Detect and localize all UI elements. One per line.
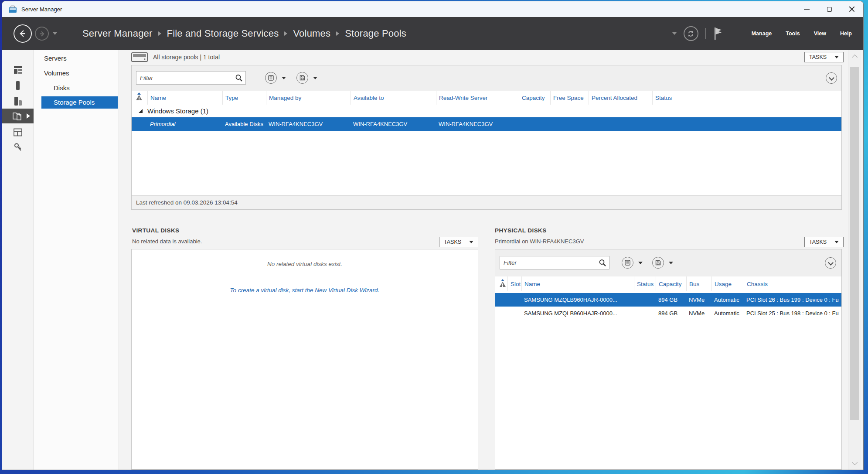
breadcrumb-separator-icon [284,31,287,36]
column-header-chassis[interactable]: Chassis [744,276,841,291]
window-panels-icon [13,128,23,137]
cell-usage: Automatic [711,293,744,307]
column-header-status[interactable]: Status [652,91,700,105]
back-button[interactable] [14,24,32,43]
scroll-down-icon[interactable] [852,460,858,465]
notifications-flag-button[interactable] [713,27,723,40]
column-header-read-write-server[interactable]: Read-Write Server [436,91,519,105]
search-icon[interactable] [599,259,606,267]
physical-disks-tasks-button[interactable]: TASKS [804,237,844,247]
pools-save-caret-icon[interactable] [313,77,317,79]
pools-view-caret-icon[interactable] [282,77,286,79]
breadcrumb-item[interactable]: File and Storage Services [167,28,279,39]
servers-bars-icon [13,96,23,106]
menu-tools[interactable]: Tools [786,31,800,37]
physical-table-body: SAMSUNG MZQLB960HAJR-0000...894 GBNVMeAu… [495,291,841,469]
pools-filter-input[interactable] [136,72,245,84]
pools-sort-warning-header[interactable] [135,92,143,100]
column-header-free-space[interactable]: Free Space [550,91,589,105]
maximize-button[interactable] [818,1,841,17]
breadcrumb-separator-icon [158,31,161,36]
strip-expand-arrow-icon[interactable] [27,113,30,119]
pools-status-bar: Last refreshed on 09.03.2026 13:04:54 [132,195,841,209]
physical-view-caret-icon[interactable] [638,262,643,264]
pools-tasks-button[interactable]: TASKS [804,52,844,62]
list-icon [625,260,630,266]
pools-save-query-button[interactable] [296,72,308,84]
close-button[interactable] [841,1,863,17]
pools-collapse-button[interactable] [826,72,837,84]
pools-table-body: Windows Storage (1) PrimordialAvailable … [132,105,841,196]
dashboard-icon[interactable] [2,62,34,77]
local-server-icon[interactable] [2,78,34,93]
minimize-button[interactable] [795,1,818,17]
column-header-percent-allocated[interactable]: Percent Allocated [589,91,652,105]
group-collapse-icon[interactable] [139,109,143,113]
breadcrumb-item[interactable]: Server Manager [82,28,153,39]
physical-save-query-button[interactable] [652,257,664,269]
tasks-label: TASKS [809,54,827,60]
history-dropdown-icon[interactable] [53,32,57,35]
cell-status [652,117,700,131]
refresh-button[interactable] [684,26,698,41]
column-header-type[interactable]: Type [222,91,266,105]
pools-table-header: NameTypeManaged byAvailable toRead-Write… [132,91,841,105]
dashboard-tiles-icon [14,65,22,74]
physical-collapse-button[interactable] [825,257,836,269]
file-and-storage-services-icon[interactable] [2,109,34,123]
pools-view-options-button[interactable] [265,72,277,84]
breadcrumb-item[interactable]: Volumes [293,28,330,39]
column-header-managed-by[interactable]: Managed by [266,91,351,105]
storage-pools-count-label: All storage pools | 1 total [153,54,220,61]
search-icon[interactable] [235,74,243,82]
column-header-usage[interactable]: Usage [711,276,744,291]
physical-disk-row[interactable]: SAMSUNG MZQLB960HAJR-0000...894 GBNVMeAu… [495,307,841,320]
refresh-dropdown-icon[interactable] [672,32,677,35]
storage-pool-row[interactable]: PrimordialAvailable DisksWIN-RFA4KNEC3GV… [132,117,841,131]
sidebar-item-storage-pools[interactable]: Storage Pools [41,96,118,109]
physical-filter-input[interactable] [500,256,609,269]
minimize-icon [804,9,810,10]
menu-help[interactable]: Help [840,31,852,37]
column-header-capacity[interactable]: Capacity [656,276,686,291]
column-header-available-to[interactable]: Available to [351,91,436,105]
pools-group-row[interactable]: Windows Storage (1) [132,105,841,117]
all-servers-icon[interactable] [2,94,34,109]
sidebar-item-servers[interactable]: Servers [34,52,119,65]
physical-sort-warning-header[interactable] [499,279,507,287]
scrollbar-thumb[interactable] [850,67,859,420]
main-scrollbar[interactable] [848,50,861,470]
menu-manage[interactable]: Manage [752,31,772,37]
flag-icon [713,27,723,40]
navbar-right-cluster: ManageToolsViewHelp [672,26,852,41]
tasks-label: TASKS [444,239,461,245]
column-header-name[interactable]: Name [147,91,222,105]
forward-button[interactable] [35,27,49,41]
column-header-capacity[interactable]: Capacity [519,91,550,105]
physical-save-caret-icon[interactable] [669,262,673,264]
cell-chassis: PCI Slot 25 : Bus 198 : Device 0 : Fu [744,307,841,320]
new-virtual-disk-wizard-link[interactable]: To create a virtual disk, start the New … [132,287,478,293]
column-header-slot[interactable]: Slot [507,276,521,291]
virtual-disks-empty-message: No related virtual disks exist. [132,261,478,267]
credentials-key-icon[interactable] [2,140,34,155]
server-manager-window: Server Manager Server ManagerFile and St… [2,1,864,470]
refresh-icon [687,30,694,38]
physical-disks-subtitle: Primordial on WIN-RFA4KNEC3GV [495,238,584,245]
column-header-status[interactable]: Status [634,276,656,291]
physical-disk-row[interactable]: SAMSUNG MZQLB960HAJR-0000...894 GBNVMeAu… [495,293,841,307]
physical-view-options-button[interactable] [622,257,633,269]
storage-pools-panel: NameTypeManaged byAvailable toRead-Write… [131,65,842,210]
sidebar-item-disks[interactable]: Disks [34,82,119,95]
column-header-bus[interactable]: Bus [686,276,711,291]
sidebar-item-volumes[interactable]: Volumes [34,67,119,80]
column-header-name[interactable]: Name [521,276,634,291]
breadcrumb-item[interactable]: Storage Pools [345,28,406,39]
cell-usage: Automatic [711,307,744,320]
menu-view[interactable]: View [814,31,826,37]
virtual-disks-tasks-button[interactable]: TASKS [439,237,478,247]
scroll-up-icon[interactable] [852,55,858,60]
services-tile-icon[interactable] [2,125,34,140]
virtual-disks-panel: No related virtual disks exist. To creat… [131,249,478,470]
cell-type: Available Disks [222,117,266,131]
